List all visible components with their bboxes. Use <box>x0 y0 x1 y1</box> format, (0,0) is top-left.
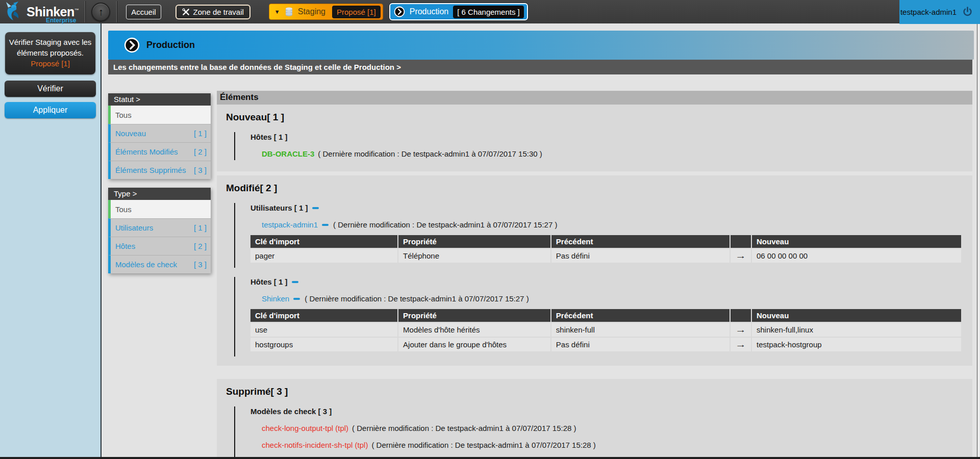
filter-type-header[interactable]: Type > <box>108 188 211 200</box>
chevron-circle-icon <box>394 6 405 17</box>
filter-label: Tous <box>115 205 132 214</box>
page-bottom-edge <box>0 457 980 459</box>
collapse-minus-icon[interactable] <box>292 281 298 283</box>
list-item: check-notifs-incident-sh-tpl (tpl) ( Der… <box>262 441 963 449</box>
home-button[interactable]: Accueil <box>126 5 161 19</box>
group-title: Modèles de check [ 3 ] <box>250 407 963 416</box>
col-header-key: Clé d'import <box>250 309 397 322</box>
table-header-row: Clé d'import Propriété Précédent Nouveau <box>250 309 961 322</box>
filter-type-utilisateurs[interactable]: Utilisateurs [ 1 ] <box>108 218 211 237</box>
filter-statut-supprimes[interactable]: Éléments Supprimés [ 3 ] <box>108 161 211 179</box>
card-modifie: Modifié[ 2 ] Utilisateurs [ 1 ] testpack… <box>217 175 972 366</box>
verify-info-line1: Vérifier Staging avec les <box>8 37 92 47</box>
filter-panel-statut: Statut > Tous Nouveau [ 1 ] Éléments Mod… <box>108 93 211 179</box>
item-meta: ( Dernière modification : De testpack-ad… <box>352 424 576 432</box>
list-item: Shinken ( Dernière modification : De tes… <box>262 294 963 303</box>
table-row: use Modèles d'hôte hérités shinken-full … <box>250 323 961 337</box>
filter-label: Nouveau <box>115 129 146 138</box>
collapse-minus-icon[interactable] <box>322 224 329 226</box>
shinken-logo[interactable]: Shinken™ Enterprise <box>0 0 83 23</box>
chevron-circle-icon <box>124 37 140 53</box>
filter-count: [ 2 ] <box>194 147 207 156</box>
arrow-right-icon: → <box>731 249 751 263</box>
group-title: Utilisateurs [ 1 ] <box>250 203 963 212</box>
filter-statut-modifies[interactable]: Éléments Modifiés [ 2 ] <box>108 142 211 161</box>
elements-header: Éléments <box>217 91 972 105</box>
workspace-button[interactable]: Zone de travail <box>175 5 250 19</box>
filter-statut-tous[interactable]: Tous <box>108 106 211 124</box>
power-icon[interactable] <box>962 6 973 18</box>
col-header-key: Clé d'import <box>250 235 397 248</box>
deleted-check-link[interactable]: check-long-output-tpl (tpl) <box>262 424 348 432</box>
filter-type-modeles-check[interactable]: Modèles de check [ 3 ] <box>108 255 211 273</box>
cell-new: testpack-hostgroup <box>752 338 961 351</box>
supprime-title: Supprimé[ 3 ] <box>226 386 963 397</box>
card-supprime: Supprimé[ 3 ] Modèles de check [ 3 ] che… <box>217 379 972 459</box>
modified-host-link[interactable]: Shinken <box>262 294 289 303</box>
verify-info-line2: éléments proposés. <box>8 47 92 58</box>
up-arrow-icon: ↑ <box>98 6 104 17</box>
elements-section: Éléments Nouveau[ 1 ] Hôtes [ 1 ] DB-ORA… <box>217 91 972 459</box>
card-nouveau: Nouveau[ 1 ] Hôtes [ 1 ] DB-ORACLE-3 ( D… <box>217 105 972 171</box>
cell-key: hostgroups <box>250 338 397 351</box>
verify-button[interactable]: Vérifier <box>5 81 96 97</box>
table-row: hostgroups Ajouter dans le groupe d'hôte… <box>250 338 961 351</box>
group-modeles-check: Modèles de check [ 3 ] check-long-output… <box>234 406 963 459</box>
filter-label: Utilisateurs <box>115 223 153 232</box>
verify-staging-info-box: Vérifier Staging avec les éléments propo… <box>5 32 95 74</box>
col-header-previous: Précédent <box>551 235 730 248</box>
filter-statut-nouveau[interactable]: Nouveau [ 1 ] <box>108 124 211 142</box>
scroll-top-button[interactable]: ↑ <box>91 3 110 21</box>
deleted-check-link[interactable]: check-notifs-incident-sh-tpl (tpl) <box>262 441 368 449</box>
staging-selector[interactable]: ▼ Staging Proposé [1] <box>269 4 383 20</box>
modifie-title: Modifié[ 2 ] <box>226 183 963 194</box>
arrow-right-icon: → <box>731 323 751 337</box>
production-button[interactable]: Production [ 6 Changements ] <box>389 3 528 20</box>
logo-tm: ™ <box>74 7 79 12</box>
filter-statut-header[interactable]: Statut > <box>108 93 211 106</box>
tools-icon <box>182 8 190 16</box>
main-area: Production Les changements entre la base… <box>103 23 980 457</box>
group-title: Hôtes [ 1 ] <box>250 277 963 286</box>
user-menu[interactable]: testpack-admin1 <box>899 0 980 24</box>
cell-new: 06 00 00 00 00 <box>752 249 961 263</box>
group-hotes-nouveau: Hôtes [ 1 ] DB-ORACLE-3 ( Dernière modif… <box>234 132 963 160</box>
production-label: Production <box>410 7 449 16</box>
col-header-arrow <box>731 309 751 322</box>
collapse-minus-icon[interactable] <box>293 298 300 300</box>
list-item: DB-ORACLE-3 ( Dernière modification : De… <box>262 149 963 158</box>
filter-label: Modèles de check <box>115 260 177 269</box>
filter-label: Éléments Supprimés <box>115 166 186 174</box>
staging-badge: Proposé [1] <box>332 6 381 18</box>
modified-user-link[interactable]: testpack-admin1 <box>262 220 318 229</box>
group-title: Hôtes [ 1 ] <box>250 133 963 141</box>
cell-previous: Pas défini <box>551 249 730 263</box>
col-header-arrow <box>731 235 751 248</box>
shinken-logo-text: Shinken™ Enterprise <box>27 5 79 19</box>
filter-label: Éléments Modifiés <box>115 147 178 156</box>
col-header-property: Propriété <box>398 309 550 322</box>
new-host-link[interactable]: DB-ORACLE-3 <box>262 149 314 158</box>
collapse-minus-icon[interactable] <box>312 207 319 209</box>
cell-key: use <box>250 323 397 337</box>
col-header-new: Nouveau <box>752 309 961 322</box>
logo-subtitle: Enterprise <box>46 17 76 24</box>
cell-property: Modèles d'hôte hérités <box>398 323 550 337</box>
filter-type-tous[interactable]: Tous <box>108 200 211 218</box>
apply-button[interactable]: Appliquer <box>5 102 96 118</box>
database-icon <box>285 7 293 17</box>
production-page-header: Production <box>108 31 974 60</box>
filter-panel-type: Type > Tous Utilisateurs [ 1 ] Hôtes [ 2… <box>108 188 211 273</box>
filter-type-hotes[interactable]: Hôtes [ 2 ] <box>108 237 211 255</box>
page-title: Production <box>146 40 195 50</box>
caret-down-icon: ▼ <box>274 9 280 15</box>
production-badge: [ 6 Changements ] <box>453 6 524 18</box>
topbar: Shinken™ Enterprise ↑ Accueil Zone de tr… <box>0 0 980 23</box>
sidebar: Vérifier Staging avec les éléments propo… <box>0 23 102 457</box>
workspace-label: Zone de travail <box>193 8 244 16</box>
cell-new: shinken-full,linux <box>752 323 961 337</box>
arrow-right-icon: → <box>731 338 751 351</box>
cell-previous: shinken-full <box>551 323 730 337</box>
col-header-new: Nouveau <box>752 235 961 248</box>
filter-label: Hôtes <box>115 242 135 250</box>
